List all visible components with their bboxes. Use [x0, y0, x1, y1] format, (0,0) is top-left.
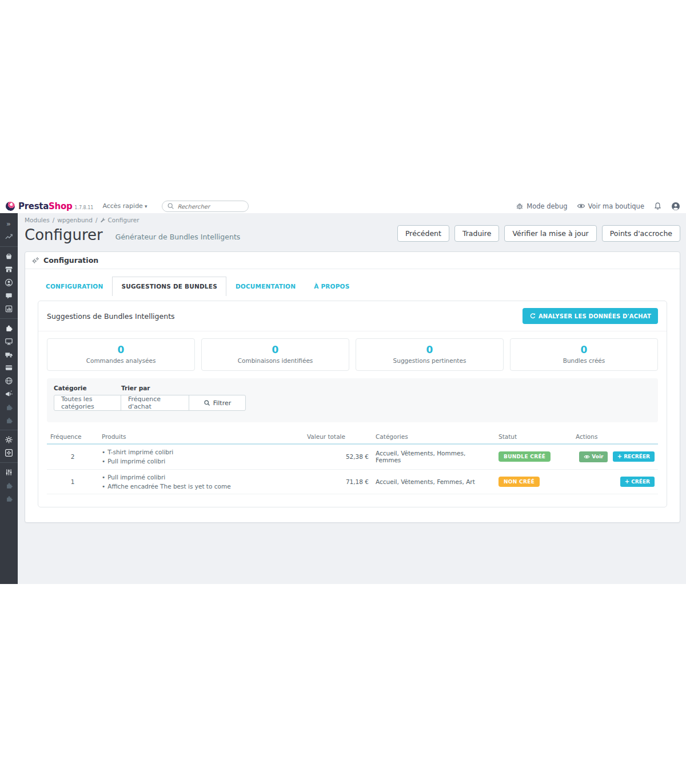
shipping-truck-icon[interactable]	[0, 348, 18, 361]
refresh-icon	[529, 313, 536, 319]
actions-cell: Voir + RECRÉER	[572, 444, 658, 469]
table-row: 1 •Pull imprimé colibri •Affiche encadré…	[47, 469, 658, 494]
table-row: 2 •T-shirt imprimé colibri •Pull imprimé…	[47, 444, 658, 469]
stats-row: 0 Commandes analysées 0 Combinaisons ide…	[47, 338, 658, 371]
status-cell: BUNDLE CRÉÉ	[495, 444, 572, 469]
design-monitor-icon[interactable]	[0, 335, 18, 348]
module-puzzle-icon[interactable]	[0, 492, 18, 505]
bug-icon	[516, 202, 524, 210]
breadcrumb-modules[interactable]: Modules	[25, 217, 50, 223]
col-products: Produits	[98, 430, 304, 444]
previous-button[interactable]: Précédent	[397, 225, 449, 242]
orders-basket-icon[interactable]	[0, 250, 18, 263]
mode-debug[interactable]: Mode debug	[516, 202, 567, 210]
col-actions: Actions	[572, 430, 658, 444]
filter-button[interactable]: Filtrer	[189, 395, 246, 411]
col-categories: Catégories	[372, 430, 495, 444]
quick-access-dropdown[interactable]: Accès rapide ▾	[102, 202, 147, 210]
plus-icon: +	[625, 479, 629, 485]
gears-icon	[31, 257, 39, 265]
sidebar-divider	[0, 462, 18, 463]
customers-icon[interactable]	[0, 276, 18, 289]
modules-puzzle-icon[interactable]	[0, 322, 18, 335]
products-cell: •T-shirt imprimé colibri •Pull imprimé c…	[98, 444, 304, 469]
performance-trend-icon[interactable]	[0, 230, 18, 243]
tab-bar: CONFIGURATION SUGGESTIONS DE BUNDLES DOC…	[25, 269, 680, 296]
stat-orders-analyzed: 0 Commandes analysées	[47, 338, 195, 371]
plus-icon: +	[617, 454, 622, 459]
actions-cell: + CRÉER	[572, 469, 658, 494]
sort-select[interactable]: Fréquence d'achat	[121, 395, 189, 411]
status-badge: NON CRÉÉ	[498, 477, 540, 487]
version-label: 1.7.8.11	[74, 205, 93, 210]
translate-button[interactable]: Traduire	[454, 225, 499, 242]
stats-chart-icon[interactable]	[0, 302, 18, 315]
customer-service-chat-icon[interactable]	[0, 289, 18, 302]
experimental-sliders-icon[interactable]	[0, 466, 18, 479]
page-toolbar: Précédent Traduire Vérifier la mise à jo…	[397, 225, 680, 242]
module-puzzle-icon[interactable]	[0, 479, 18, 492]
page-header: Configurer Générateur de Bundles Intelli…	[18, 225, 686, 243]
global-search	[162, 200, 249, 213]
check-update-button[interactable]: Vérifier la mise à jour	[504, 225, 596, 242]
sort-filter-label: Trier par	[121, 385, 189, 391]
payment-credit-card-icon[interactable]	[0, 361, 18, 374]
col-frequency: Fréquence	[47, 430, 98, 444]
bell-icon	[653, 202, 662, 210]
configuration-panel: Configuration CONFIGURATION SUGGESTIONS …	[25, 251, 680, 523]
sidebar-divider	[0, 430, 18, 430]
tab-suggestions-de-bundles[interactable]: SUGGESTIONS DE BUNDLES	[112, 277, 226, 296]
module-puzzle-icon[interactable]	[0, 401, 18, 414]
panel-header: Configuration	[25, 252, 680, 269]
brand-presta: Presta	[18, 201, 49, 211]
prestashop-admin-app: Presta Shop 1.7.8.11 Accès rapide ▾ Mode…	[0, 199, 686, 584]
sidebar-divider	[0, 246, 18, 247]
person-icon	[671, 202, 680, 211]
view-bundle-button[interactable]: Voir	[579, 451, 608, 462]
suggestions-card-body: 0 Commandes analysées 0 Combinaisons ide…	[38, 331, 667, 507]
tab-documentation[interactable]: DOCUMENTATION	[226, 277, 305, 296]
eye-icon	[577, 202, 585, 210]
search-input[interactable]	[162, 201, 249, 212]
magnifier-icon	[204, 399, 210, 406]
create-bundle-button[interactable]: + CRÉER	[620, 477, 655, 487]
suggestions-card-header: Suggestions de Bundles Intelligents ANAL…	[38, 301, 667, 331]
breadcrumb: Modules / wpgenbund / Configurer	[18, 213, 686, 225]
collapse-sidebar-icon[interactable]: »	[0, 217, 18, 230]
advanced-parameters-icon[interactable]	[0, 446, 18, 459]
category-select[interactable]: Toutes les catégories	[54, 395, 121, 411]
col-status: Statut	[495, 430, 572, 444]
catalog-storefront-icon[interactable]	[0, 263, 18, 276]
breadcrumb-current: Configurer	[100, 217, 139, 223]
hook-points-button[interactable]: Points d'accroche	[602, 225, 680, 242]
breadcrumb-module[interactable]: wpgenbund	[57, 217, 93, 223]
marketing-megaphone-icon[interactable]	[0, 387, 18, 401]
top-header-bar: Presta Shop 1.7.8.11 Accès rapide ▾ Mode…	[0, 199, 686, 213]
notifications-bell[interactable]	[653, 202, 662, 210]
brand-shop: Shop	[49, 201, 72, 211]
eye-icon	[584, 454, 590, 460]
tab-configuration[interactable]: CONFIGURATION	[37, 277, 112, 296]
sidebar-nav: »	[0, 213, 18, 584]
wrench-icon	[100, 217, 106, 223]
module-puzzle-icon[interactable]	[0, 414, 18, 427]
recreate-bundle-button[interactable]: + RECRÉER	[613, 451, 655, 462]
sidebar-divider	[0, 318, 18, 319]
filter-panel: Catégorie Toutes les catégories Trier pa…	[47, 378, 658, 422]
products-cell: •Pull imprimé colibri •Affiche encadrée …	[98, 469, 304, 494]
panel-title: Configuration	[43, 256, 98, 265]
status-cell: NON CRÉÉ	[495, 469, 572, 494]
brand[interactable]: Presta Shop 1.7.8.11	[18, 201, 93, 211]
col-total-value: Valeur totale	[304, 430, 372, 444]
suggestions-title: Suggestions de Bundles Intelligents	[47, 312, 175, 321]
tab-a-propos[interactable]: À PROPOS	[305, 277, 358, 296]
prestashop-logo-icon[interactable]	[6, 202, 15, 211]
header-right-items: Mode debug Voir ma boutique	[516, 202, 680, 211]
shop-parameters-gear-icon[interactable]	[0, 433, 18, 446]
analyze-purchase-data-button[interactable]: ANALYSER LES DONNÉES D'ACHAT	[523, 308, 658, 324]
account-avatar[interactable]	[671, 202, 680, 211]
stat-bundles-created: 0 Bundles créés	[510, 338, 658, 371]
view-my-shop[interactable]: Voir ma boutique	[577, 202, 645, 210]
international-globe-icon[interactable]	[0, 374, 18, 387]
stat-combinations-identified: 0 Combinaisons identifiées	[201, 338, 349, 371]
